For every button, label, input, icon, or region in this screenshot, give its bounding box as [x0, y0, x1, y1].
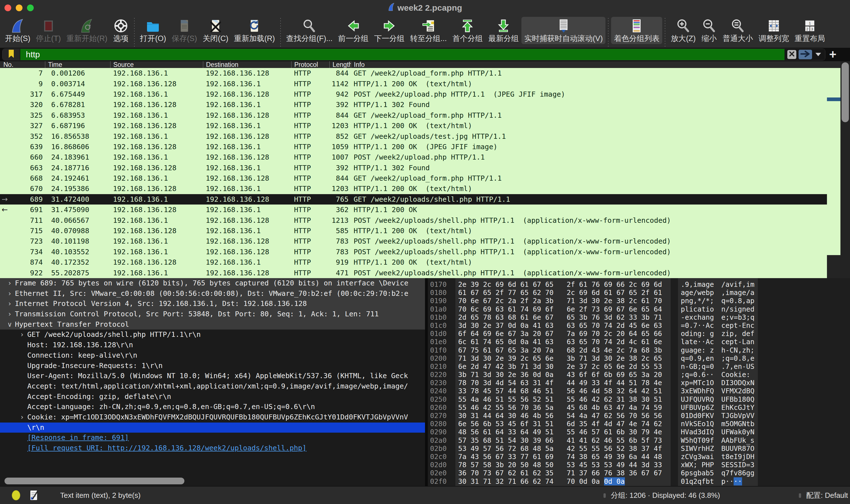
expand-chevron-icon[interactable]: ›	[4, 299, 15, 309]
column-header-protocol[interactable]: Protocol	[291, 61, 330, 68]
colorize-button[interactable]: 着色分组列表	[611, 17, 662, 44]
start-capture-button[interactable]: 开始(S)	[2, 17, 33, 44]
scrollbar-thumb[interactable]	[842, 62, 849, 122]
status-profile[interactable]: 配置: Default	[806, 487, 848, 504]
column-header-source[interactable]: Source	[110, 61, 203, 68]
packet-row[interactable]: 71540.070988192.168.136.128192.168.136.1…	[0, 226, 827, 236]
hex-row[interactable]: 02b053 49 57 56 72 68 48 5a42 55 55 56 5…	[428, 445, 850, 453]
hex-row[interactable]: 018061 67 65 2f 77 65 62 702c 69 6d 61 6…	[428, 289, 850, 297]
open-file-button[interactable]: 打开(O)	[137, 17, 169, 44]
packet-list-scrollbar[interactable]	[840, 61, 850, 278]
display-filter-input[interactable]: http	[2, 49, 825, 60]
minimize-window-button[interactable]	[16, 4, 22, 11]
detail-row[interactable]: [Response in frame: 691]	[0, 433, 425, 443]
capture-options-button[interactable]: 选项	[110, 17, 131, 44]
packet-row[interactable]: 69131.475090192.168.136.128192.168.136.1…	[0, 204, 827, 215]
detail-row[interactable]: Accept-Encoding: gzip, deflate\r\n	[0, 392, 425, 402]
hex-row[interactable]: 020071 3d 30 2e 39 2c 65 6e3b 71 3d 30 2…	[428, 354, 850, 362]
packet-row[interactable]: 72340.101198192.168.136.1192.168.136.128…	[0, 236, 827, 246]
hex-row[interactable]: 01f067 75 61 67 65 3a 20 7a68 2d 43 4e 2…	[428, 346, 850, 354]
hex-row[interactable]: 029048 56 61 64 33 64 49 5155 46 57 61 6…	[428, 428, 850, 436]
save-file-button[interactable]: 保存(S)	[169, 17, 200, 44]
packet-row[interactable]: 67024.195386192.168.136.128192.168.136.1…	[0, 183, 827, 194]
packet-row[interactable]: 68931.472400192.168.136.1192.168.136.128…	[0, 194, 827, 204]
zoom-in-button[interactable]: 放大(Z)	[668, 17, 698, 44]
previous-packet-button[interactable]: 前一分组	[335, 17, 371, 44]
packet-row[interactable]: 92255.202875192.168.136.1192.168.136.128…	[0, 267, 827, 278]
packet-list-minimap[interactable]	[827, 68, 840, 278]
hex-row[interactable]: 019070 6e 67 2c 2a 2f 2a 3b71 3d 30 2e 3…	[428, 297, 850, 305]
detail-row[interactable]: [Full request URI: http://192.168.136.12…	[0, 443, 425, 453]
hex-row[interactable]: 026055 46 42 55 56 70 36 5a45 68 4b 63 4…	[428, 403, 850, 412]
reload-file-button[interactable]: 重新加载(R)	[231, 17, 278, 44]
packet-row[interactable]: 35216.856538192.168.136.1192.168.136.128…	[0, 131, 827, 141]
next-packet-button[interactable]: 下一分组	[371, 17, 407, 44]
hex-row[interactable]: 027030 31 44 64 30 46 4b 5654 4a 47 62 5…	[428, 412, 850, 420]
detail-row[interactable]: Host: 192.168.136.128\r\n	[0, 340, 425, 350]
expand-chevron-icon[interactable]: ›	[4, 289, 15, 299]
detail-link[interactable]: [Full request URI: http://192.168.136.12…	[27, 444, 306, 452]
packet-row[interactable]: 3206.678281192.168.136.128192.168.136.1H…	[0, 100, 827, 110]
packet-row[interactable]: 66324.187716192.168.136.128192.168.136.1…	[0, 163, 827, 173]
resize-columns-button[interactable]: 调整列宽	[756, 17, 792, 44]
hex-row[interactable]: 01c03d 30 2e 37 0d 0a 41 6363 65 70 74 2…	[428, 321, 850, 329]
expand-chevron-icon[interactable]: ›	[4, 278, 15, 289]
detail-row[interactable]: Upgrade-Insecure-Requests: 1\r\n	[0, 361, 425, 371]
hex-row[interactable]: 01b02d 65 78 63 68 61 6e 6765 3b 76 3d 6…	[428, 313, 850, 321]
packet-list-header[interactable]: No.TimeSourceDestinationProtocolLengthIn…	[0, 61, 840, 68]
hex-row[interactable]: 01702e 39 2c 69 6d 61 67 652f 61 76 69 6…	[428, 281, 850, 289]
detail-row[interactable]: ›Frame 689: 765 bytes on wire (6120 bits…	[0, 278, 425, 289]
filter-add-button[interactable]: +	[829, 48, 836, 61]
column-header-length[interactable]: Length	[330, 61, 351, 68]
hex-row[interactable]: 02c07a 43 56 67 33 77 61 6974 38 65 49 3…	[428, 453, 850, 461]
packet-row[interactable]: 70.001206192.168.136.1192.168.136.128HTT…	[0, 68, 827, 78]
restart-capture-button[interactable]: 重新开始(R)	[64, 17, 110, 44]
details-horizontal-scrollbar[interactable]	[4, 478, 184, 484]
filter-bookmark-button[interactable]	[2, 49, 20, 60]
detail-row[interactable]: User-Agent: Mozilla/5.0 (Windows NT 10.0…	[0, 371, 425, 381]
detail-row[interactable]: ›Internet Protocol Version 4, Src: 192.1…	[0, 299, 425, 309]
collapse-chevron-icon[interactable]: ∨	[4, 320, 15, 330]
detail-row[interactable]: Accept-Language: zh-CN,zh;q=0.9,en;q=0.8…	[0, 402, 425, 412]
packet-row[interactable]: 71140.066567192.168.136.1192.168.136.128…	[0, 215, 827, 225]
expand-chevron-icon[interactable]: ›	[4, 309, 15, 320]
expand-chevron-icon[interactable]: ›	[17, 412, 27, 422]
packet-row[interactable]: 66824.192461192.168.136.1192.168.136.128…	[0, 173, 827, 183]
packet-row[interactable]: 3256.683953192.168.136.1192.168.136.128H…	[0, 110, 827, 121]
stop-capture-button[interactable]: 停止(T)	[33, 17, 64, 44]
packet-row[interactable]: 73440.103552192.168.136.1192.168.136.128…	[0, 247, 827, 257]
column-header-no[interactable]: No.	[0, 61, 45, 68]
filter-dropdown-chevron-icon[interactable]	[815, 53, 821, 56]
hex-row[interactable]: 024033 78 45 57 44 68 46 5156 46 4d 58 3…	[428, 387, 850, 395]
last-packet-button[interactable]: 最新分组	[485, 17, 521, 44]
packet-row[interactable]: 3176.675449192.168.136.1192.168.136.128H…	[0, 89, 827, 100]
expand-chevron-icon[interactable]: ›	[17, 329, 27, 340]
first-packet-button[interactable]: 首个分组	[449, 17, 485, 44]
close-file-button[interactable]: 关闭(C)	[200, 17, 231, 44]
hex-row[interactable]: 025055 4a 46 51 55 56 52 5155 46 42 62 3…	[428, 395, 850, 403]
zoom-out-button[interactable]: 缩小	[698, 17, 720, 44]
reset-layout-button[interactable]: 123重置布局	[792, 17, 828, 44]
packet-row[interactable]: 66024.183961192.168.136.1192.168.136.128…	[0, 152, 827, 162]
goto-packet-button[interactable]: 转至分组...	[407, 17, 450, 44]
close-window-button[interactable]	[4, 4, 11, 11]
column-header-time[interactable]: Time	[45, 61, 110, 68]
detail-row[interactable]: Accept: text/html,application/xhtml+xml,…	[0, 381, 425, 392]
hex-row[interactable]: 02f030 31 71 32 71 66 62 7470 0d 0a 0d 0…	[428, 477, 850, 485]
hex-row[interactable]: 02106e 2d 47 42 3b 71 3d 302e 37 2c 65 6…	[428, 362, 850, 371]
hex-row[interactable]: 02d078 57 58 3b 20 50 48 5053 45 53 53 4…	[428, 461, 850, 469]
detail-row[interactable]: ∨Hypertext Transfer Protocol	[0, 320, 425, 330]
packet-row[interactable]: 87440.172352192.168.136.128192.168.136.1…	[0, 257, 827, 267]
hex-row[interactable]: 01d06f 64 69 6e 67 3a 20 677a 69 70 2c 2…	[428, 329, 850, 338]
find-packet-button[interactable]: 查找分组(F)...	[283, 17, 335, 44]
column-header-destination[interactable]: Destination	[203, 61, 291, 68]
hex-row[interactable]: 02e036 70 73 67 62 61 62 3571 37 66 76 3…	[428, 469, 850, 477]
capture-comment-icon[interactable]	[30, 489, 39, 503]
detail-row[interactable]: Connection: keep-alive\r\n	[0, 350, 425, 361]
column-header-info[interactable]: Info	[351, 61, 840, 68]
packet-row[interactable]: 90.003714192.168.136.128192.168.136.1HTT…	[0, 78, 827, 89]
filter-apply-button[interactable]	[799, 50, 812, 59]
hex-row[interactable]: 02203b 71 3d 30 2e 36 0d 0a43 6f 6f 6b 6…	[428, 371, 850, 379]
zoom-window-button[interactable]	[27, 4, 34, 11]
detail-link[interactable]: [Response in frame: 691]	[27, 433, 129, 442]
